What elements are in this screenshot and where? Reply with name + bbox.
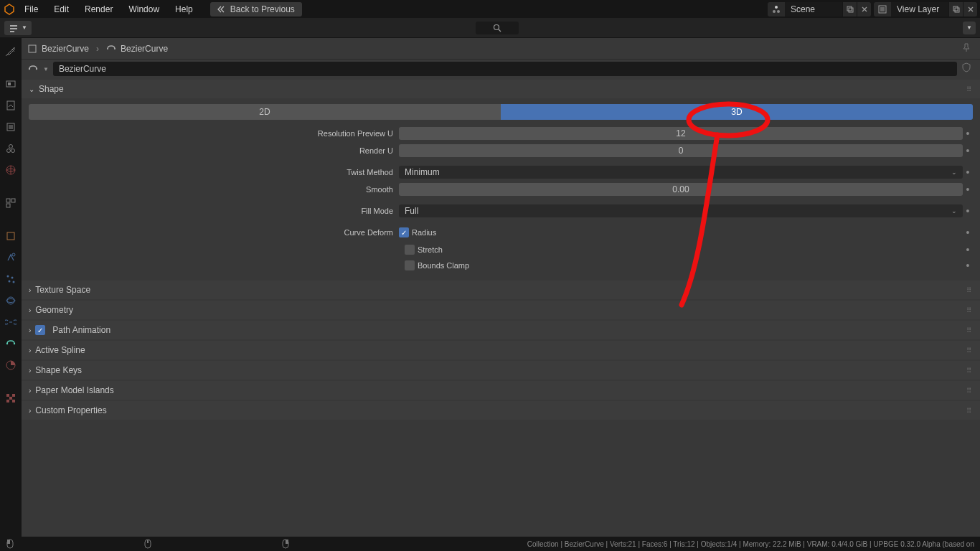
panel-header-shape[interactable]: ⌄ Shape ⠿ (22, 80, 980, 98)
new-viewlayer-button[interactable] (948, 2, 963, 17)
tool-tab-icon[interactable] (4, 44, 18, 58)
bounds-clamp-checkbox[interactable] (405, 260, 415, 270)
path-animation-checkbox[interactable]: ✓ (35, 325, 45, 335)
menu-help[interactable]: Help (168, 2, 200, 17)
fake-user-button[interactable] (961, 62, 974, 75)
animate-button[interactable]: • (963, 260, 973, 271)
panel-header-geometry[interactable]: › Geometry ⠿ (22, 301, 980, 319)
particles-tab-icon[interactable] (4, 272, 18, 286)
menu-edit[interactable]: Edit (47, 2, 76, 17)
twist-method-select[interactable]: Minimum⌄ (399, 166, 963, 179)
svg-rect-18 (9, 125, 13, 129)
drag-handle-icon[interactable]: ⠿ (966, 347, 973, 354)
smooth-field[interactable]: 0.00 (399, 183, 963, 196)
svg-point-31 (13, 281, 15, 283)
prop-curve-deform: Curve Deform ✓ Radius • (29, 225, 973, 240)
svg-point-27 (12, 253, 15, 256)
viewlayer-tab-icon[interactable] (4, 120, 18, 134)
texture-tab-icon[interactable] (4, 391, 18, 405)
menu-render[interactable]: Render (77, 2, 120, 17)
animate-button[interactable]: • (963, 145, 973, 156)
drag-handle-icon[interactable]: ⠿ (966, 387, 973, 395)
constraints-tab-icon[interactable] (4, 315, 18, 329)
panel-header-paper-model[interactable]: › Paper Model Islands ⠿ (22, 381, 980, 400)
drag-handle-icon[interactable]: ⠿ (966, 85, 973, 93)
panel-header-path-animation[interactable]: › ✓ Path Animation ⠿ (22, 321, 980, 339)
data-tab-icon[interactable] (4, 336, 18, 351)
world-tab-icon[interactable] (4, 163, 18, 177)
status-bar: Collection | BezierCurve | Verts:21 | Fa… (0, 537, 980, 551)
svg-point-34 (6, 343, 8, 344)
toggle-3d-button[interactable]: 3D (501, 104, 973, 120)
render-tab-icon[interactable] (4, 77, 18, 91)
scene-name[interactable]: Scene (785, 4, 842, 14)
panel-header-texture-space[interactable]: › Texture Space ⠿ (22, 281, 980, 299)
drag-handle-icon[interactable]: ⠿ (966, 306, 973, 314)
svg-rect-6 (880, 7, 885, 11)
expand-icon: ⌄ (29, 85, 34, 93)
scene-selector[interactable]: Scene (768, 2, 871, 17)
drag-handle-icon[interactable]: ⠿ (966, 407, 973, 415)
svg-rect-25 (6, 204, 10, 207)
pin-button[interactable] (961, 42, 974, 55)
svg-rect-52 (286, 540, 288, 544)
output-tab-icon[interactable] (4, 98, 18, 113)
back-to-previous-button[interactable]: Back to Previous (210, 2, 302, 17)
svg-point-33 (6, 299, 15, 303)
panel-header-active-spline[interactable]: › Active Spline ⠿ (22, 341, 980, 359)
mouse-right-icon (281, 539, 290, 549)
animate-button[interactable]: • (963, 205, 973, 217)
render-u-field[interactable]: 0 (399, 144, 963, 157)
delete-viewlayer-button[interactable] (963, 2, 977, 17)
svg-rect-7 (953, 6, 958, 11)
viewlayer-selector[interactable]: View Layer (874, 2, 977, 17)
viewlayer-icon (874, 2, 891, 17)
main-area: BezierCurve › BezierCurve ▼ BezierCurve (0, 38, 980, 537)
new-scene-button[interactable] (842, 2, 857, 17)
fill-mode-select[interactable]: Full⌄ (399, 204, 963, 217)
animate-button[interactable]: • (963, 128, 973, 139)
animate-button[interactable]: • (963, 244, 973, 255)
options-button[interactable]: ▼ (963, 22, 976, 34)
physics-tab-icon[interactable] (4, 293, 18, 308)
modifier-tab-icon[interactable] (4, 250, 18, 265)
object-tab-icon[interactable] (4, 229, 18, 243)
animate-button[interactable]: • (963, 166, 973, 178)
radius-checkbox[interactable]: ✓ (399, 227, 409, 237)
search-input[interactable] (476, 22, 519, 34)
panel-header-custom-properties[interactable]: › Custom Properties ⠿ (22, 401, 980, 420)
datablock-name-input[interactable]: BezierCurve (53, 62, 957, 76)
svg-rect-8 (955, 8, 959, 12)
toggle-2d-button[interactable]: 2D (29, 104, 501, 120)
prop-label: Twist Method (29, 168, 399, 176)
expand-icon: › (29, 387, 31, 395)
drag-handle-icon[interactable]: ⠿ (966, 286, 973, 294)
breadcrumb-item-object[interactable]: BezierCurve (27, 44, 89, 54)
mouse-left-icon (6, 539, 14, 549)
breadcrumb-item-data[interactable]: BezierCurve (106, 44, 168, 54)
viewlayer-name[interactable]: View Layer (891, 4, 948, 14)
material-tab-icon[interactable] (4, 358, 18, 372)
status-text: Collection | BezierCurve | Verts:21 | Fa… (527, 540, 974, 548)
scene-tab-icon[interactable] (4, 141, 18, 156)
animate-button[interactable]: • (963, 184, 973, 195)
drag-handle-icon[interactable]: ⠿ (966, 367, 973, 375)
svg-rect-10 (10, 28, 17, 29)
resolution-preview-field[interactable]: 12 (399, 127, 963, 140)
drag-handle-icon[interactable]: ⠿ (966, 326, 973, 334)
svg-rect-16 (7, 101, 14, 110)
editor-type-button[interactable]: ▼ (4, 21, 32, 35)
panel-header-shape-keys[interactable]: › Shape Keys ⠿ (22, 361, 980, 380)
delete-scene-button[interactable] (857, 2, 871, 17)
chevron-down-icon[interactable]: ▼ (43, 66, 49, 72)
expand-icon: › (29, 326, 31, 334)
panel-title: Active Spline (35, 345, 85, 355)
menu-window[interactable]: Window (121, 2, 166, 17)
menu-file[interactable]: File (17, 2, 45, 17)
stretch-checkbox[interactable] (405, 245, 415, 255)
collection-tab-icon[interactable] (4, 196, 18, 210)
prop-render-u: Render U 0 • (29, 143, 973, 159)
animate-button[interactable]: • (963, 227, 973, 238)
svg-rect-15 (8, 83, 11, 85)
prop-label: Resolution Preview U (29, 129, 399, 138)
